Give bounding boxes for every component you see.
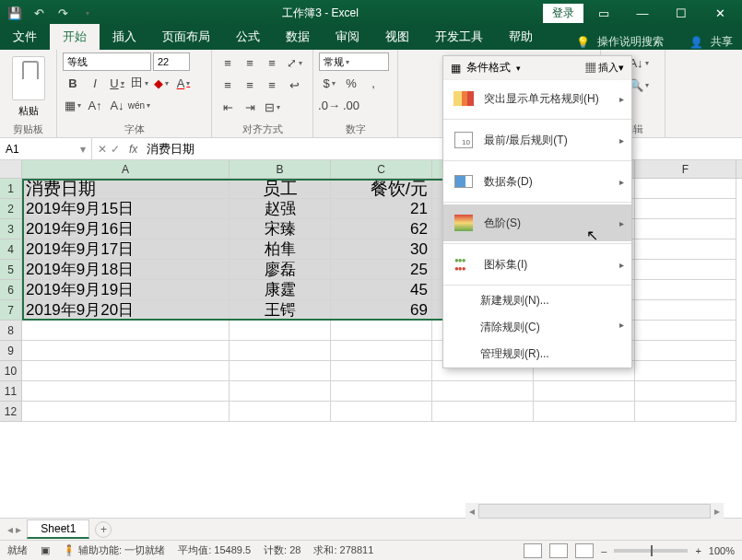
tab-home[interactable]: 开始 [50, 24, 100, 50]
orientation-button[interactable]: ⤢ [284, 52, 304, 73]
increase-decimal-button[interactable]: .0→ [319, 95, 339, 115]
number-format-select[interactable]: 常规 [319, 52, 389, 71]
cell[interactable] [432, 402, 534, 422]
comma-button[interactable]: , [363, 73, 383, 93]
cell[interactable] [635, 199, 736, 219]
save-icon[interactable]: 💾 [4, 3, 26, 23]
col-header-A[interactable]: A [22, 160, 230, 178]
align-center-button[interactable]: ≡ [240, 75, 260, 95]
cell[interactable] [331, 361, 432, 381]
cell[interactable] [22, 361, 230, 381]
view-normal-button[interactable] [524, 543, 542, 558]
cell[interactable] [534, 402, 635, 422]
align-top-button[interactable]: ≡ [218, 52, 238, 73]
align-left-button[interactable]: ≡ [218, 75, 238, 95]
ribbon-options-icon[interactable]: ▭ [585, 2, 622, 24]
cell[interactable] [331, 341, 432, 361]
zoom-out-button[interactable]: – [601, 545, 607, 556]
phonetic-button[interactable]: wén [129, 95, 149, 115]
cell[interactable] [635, 321, 736, 341]
bold-button[interactable]: B [63, 73, 83, 93]
decrease-indent-button[interactable]: ⇤ [218, 97, 238, 117]
cell[interactable]: 2019年9月20日 [22, 300, 230, 321]
menu-new-rule[interactable]: 新建规则(N)... [443, 287, 631, 314]
cell[interactable] [635, 402, 736, 422]
row-header-8[interactable]: 8 [0, 321, 22, 341]
menu-top-bottom-rules[interactable]: 最前/最后规则(T)▸ [443, 122, 631, 158]
minimize-icon[interactable]: — [624, 2, 661, 24]
paste-icon[interactable] [12, 56, 45, 100]
name-box[interactable]: A1▾ [0, 138, 92, 159]
cell[interactable] [22, 341, 230, 361]
cell[interactable]: 王锷 [230, 300, 331, 321]
qat-more-icon[interactable] [76, 3, 98, 23]
cancel-formula-icon[interactable]: ✕ [98, 143, 107, 156]
cell[interactable] [635, 300, 736, 321]
align-bottom-button[interactable]: ≡ [262, 52, 282, 73]
cell[interactable]: 康霆 [230, 280, 331, 300]
cell[interactable] [22, 381, 230, 402]
zoom-slider[interactable] [614, 549, 688, 553]
cell[interactable]: 赵强 [230, 199, 331, 219]
search-help[interactable]: 操作说明搜索 [597, 34, 664, 50]
row-header-6[interactable]: 6 [0, 280, 22, 300]
tab-insert[interactable]: 插入 [100, 24, 149, 50]
merge-button[interactable]: ⊟ [262, 97, 282, 117]
cell[interactable] [22, 402, 230, 422]
increase-indent-button[interactable]: ⇥ [240, 97, 260, 117]
font-color-button[interactable]: A [173, 73, 194, 93]
row-header-5[interactable]: 5 [0, 260, 22, 280]
row-header-1[interactable]: 1 [0, 179, 22, 199]
cell[interactable] [635, 239, 736, 260]
cell[interactable] [635, 219, 736, 239]
border-button[interactable]: 田 [129, 73, 149, 93]
undo-icon[interactable]: ↶ [28, 3, 50, 23]
select-all-corner[interactable] [0, 160, 22, 178]
cell[interactable]: 69 [331, 300, 432, 321]
row-header-10[interactable]: 10 [0, 361, 22, 381]
align-middle-button[interactable]: ≡ [240, 52, 260, 73]
cell[interactable]: 消费日期 [22, 179, 230, 199]
cell[interactable]: 62 [331, 219, 432, 239]
row-header-4[interactable]: 4 [0, 239, 22, 260]
horizontal-scrollbar[interactable]: ◂▸ [465, 503, 724, 519]
tab-file[interactable]: 文件 [0, 24, 50, 50]
insert-cells-button[interactable]: 插入 [598, 62, 618, 73]
cell[interactable] [230, 341, 331, 361]
row-header-12[interactable]: 12 [0, 402, 22, 422]
col-header-F[interactable]: F [635, 160, 736, 178]
underline-button[interactable]: U [107, 73, 127, 93]
cell[interactable]: 员工 [230, 179, 331, 199]
share-button[interactable]: 共享 [711, 34, 733, 50]
paste-button[interactable]: 粘贴 [6, 104, 51, 118]
fill-color-button[interactable]: ◆ [151, 73, 171, 93]
cell[interactable]: 2019年9月18日 [22, 260, 230, 280]
font-size-select[interactable]: 22 [153, 52, 190, 71]
cell[interactable]: 餐饮/元 [331, 179, 432, 199]
decrease-decimal-button[interactable]: .00 [341, 95, 361, 115]
menu-data-bars[interactable]: 数据条(D)▸ [443, 163, 631, 200]
menu-highlight-rules[interactable]: 突出显示单元格规则(H)▸ [443, 80, 631, 117]
cell[interactable]: 25 [331, 260, 432, 280]
tab-dev[interactable]: 开发工具 [422, 24, 496, 50]
menu-manage-rules[interactable]: 管理规则(R)... [443, 341, 631, 368]
cell[interactable] [635, 179, 736, 199]
status-rec-icon[interactable]: ▣ [41, 544, 50, 556]
currency-button[interactable]: $ [319, 73, 339, 93]
align-right-button[interactable]: ≡ [262, 75, 282, 95]
cell[interactable]: 2019年9月17日 [22, 239, 230, 260]
tab-help[interactable]: 帮助 [496, 24, 546, 50]
cell[interactable] [635, 260, 736, 280]
enter-formula-icon[interactable]: ✓ [111, 143, 120, 156]
add-sheet-button[interactable]: + [95, 521, 112, 538]
cell[interactable] [22, 321, 230, 341]
row-header-9[interactable]: 9 [0, 341, 22, 361]
cell[interactable] [230, 381, 331, 402]
close-icon[interactable]: ✕ [701, 2, 738, 24]
col-header-B[interactable]: B [230, 160, 331, 178]
login-button[interactable]: 登录 [543, 4, 583, 23]
percent-button[interactable]: % [341, 73, 361, 93]
cell[interactable] [635, 280, 736, 300]
maximize-icon[interactable]: ☐ [663, 2, 700, 24]
zoom-in-button[interactable]: + [695, 545, 701, 556]
